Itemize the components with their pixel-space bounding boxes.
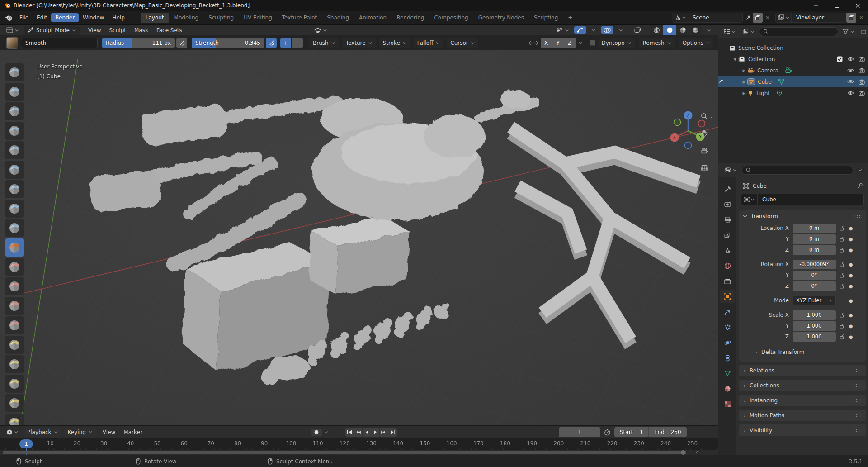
overlays-dropdown[interactable] xyxy=(616,28,625,33)
panel-visibility[interactable]: ›Visibility xyxy=(739,424,866,436)
brush-clay-strips[interactable] xyxy=(5,122,24,140)
workspace-tab-shading[interactable]: Shading xyxy=(322,13,354,23)
frame-tick-190[interactable]: 190 xyxy=(527,440,537,447)
panel-grip[interactable] xyxy=(854,214,862,218)
timeline-menu-view[interactable]: View xyxy=(99,428,119,437)
animate-dot[interactable]: ● xyxy=(848,324,854,329)
brush-blob[interactable] xyxy=(5,200,24,218)
shading-wireframe-button[interactable] xyxy=(650,25,663,35)
strength-slider[interactable]: Strength0.345 xyxy=(192,38,264,48)
outliner-editor-selector[interactable] xyxy=(721,28,738,35)
object-visibility-popover[interactable] xyxy=(553,26,571,34)
maximize-button[interactable] xyxy=(826,0,847,11)
end-frame-field[interactable]: End250 xyxy=(649,427,687,437)
properties-search-input[interactable] xyxy=(742,166,853,175)
frame-tick-220[interactable]: 220 xyxy=(607,440,618,447)
lock-open-icon[interactable] xyxy=(836,283,848,289)
viewport-3d[interactable]: User Perspective (1) Cube Z X Y ‹ xyxy=(0,50,718,425)
animate-dot[interactable]: ● xyxy=(848,334,854,339)
grid-view-icon[interactable] xyxy=(699,162,710,173)
animate-dot[interactable]: ● xyxy=(848,273,854,278)
disclosure-triangle-icon[interactable]: ▶ xyxy=(741,91,747,95)
properties-tab-world[interactable] xyxy=(720,259,735,272)
outliner-display-mode[interactable] xyxy=(740,28,757,35)
new-scene-button[interactable] xyxy=(753,13,763,23)
brush-draw-sharp[interactable] xyxy=(5,83,24,101)
transform-value-dropdown[interactable]: XYZ Euler xyxy=(793,296,836,305)
zoom-icon[interactable] xyxy=(699,111,710,122)
workspace-tab-layout[interactable]: Layout xyxy=(141,13,169,23)
lock-open-icon[interactable] xyxy=(836,247,848,253)
symmetry-y-toggle[interactable]: Y xyxy=(552,38,564,48)
outliner-row-cube[interactable]: ▶Cube xyxy=(718,76,868,87)
dyntopo-popover[interactable]: Dyntopo xyxy=(598,38,635,48)
frame-tick-20[interactable]: 20 xyxy=(74,440,80,447)
frame-tick-80[interactable]: 80 xyxy=(234,440,241,447)
properties-tab-render[interactable] xyxy=(720,197,735,211)
properties-tab-collection[interactable] xyxy=(720,274,735,288)
options-popover[interactable]: Options xyxy=(679,38,713,48)
gizmo-z-neg[interactable] xyxy=(685,142,692,149)
gizmo-dropdown[interactable] xyxy=(589,28,598,33)
workspace-tab-texture-paint[interactable]: Texture Paint xyxy=(277,13,322,23)
delta-transform-panel[interactable]: ›Delta Transform xyxy=(751,346,861,358)
radius-pressure-toggle[interactable] xyxy=(176,38,187,48)
properties-tab-particles[interactable] xyxy=(720,320,735,334)
remesh-popover[interactable]: Remesh xyxy=(639,38,675,48)
viewlayer-selector[interactable]: ViewLayer xyxy=(775,13,846,23)
panel-relations[interactable]: ›Relations xyxy=(739,365,866,376)
disclosure-triangle-icon[interactable]: ▶ xyxy=(741,80,747,84)
start-frame-field[interactable]: Start1 xyxy=(614,427,648,437)
cursor-popover[interactable]: Cursor xyxy=(447,38,478,48)
brush-inflate[interactable] xyxy=(5,180,24,198)
timeline-scroll-arrow[interactable]: ‹ xyxy=(696,449,698,455)
workspace-tab-modeling[interactable]: Modeling xyxy=(169,13,204,23)
jump-to-end-button[interactable] xyxy=(388,428,397,437)
object-data-dropdown[interactable] xyxy=(741,194,758,205)
direction-add-button[interactable]: + xyxy=(280,38,291,48)
frame-tick-30[interactable]: 30 xyxy=(100,440,107,447)
frame-tick-200[interactable]: 200 xyxy=(553,440,564,447)
viewport-menu-sculpt[interactable]: Sculpt xyxy=(105,26,130,35)
camera-toggle-icon[interactable] xyxy=(859,57,865,62)
texture-popover[interactable]: Texture xyxy=(342,38,376,48)
disclosure-triangle-icon[interactable]: ▼ xyxy=(732,57,738,62)
strength-pressure-toggle[interactable] xyxy=(266,38,277,48)
prev-keyframe-button[interactable] xyxy=(354,428,363,437)
panel-grip[interactable] xyxy=(853,369,861,372)
brush-snake-hook[interactable] xyxy=(5,375,24,393)
eye-toggle-icon[interactable] xyxy=(847,57,854,62)
outliner-row-camera[interactable]: ▶Camera xyxy=(718,65,868,76)
transform-value-field[interactable]: 0 m xyxy=(793,224,836,233)
outliner-item-label[interactable]: Light xyxy=(756,90,770,96)
falloff-popover[interactable]: Falloff xyxy=(414,38,443,48)
properties-tab-scene[interactable] xyxy=(720,243,735,257)
camera-toggle-icon[interactable] xyxy=(859,91,865,96)
current-frame-badge[interactable]: 1 xyxy=(19,439,33,448)
menu-window[interactable]: Window xyxy=(79,13,108,22)
properties-tab-modifiers[interactable] xyxy=(720,305,735,319)
show-overlays-toggle[interactable] xyxy=(601,26,613,34)
outliner-item-label[interactable]: Collection xyxy=(748,56,775,62)
dyntopo-checkbox[interactable] xyxy=(590,40,595,46)
frame-tick-120[interactable]: 120 xyxy=(340,440,350,447)
menu-edit[interactable]: Edit xyxy=(33,13,51,22)
lock-open-icon[interactable] xyxy=(836,272,848,278)
timeline-scrollbar[interactable] xyxy=(3,451,686,454)
viewport-menu-view[interactable]: View xyxy=(84,26,105,35)
workspace-tab-rendering[interactable]: Rendering xyxy=(392,13,429,23)
symmetry-z-toggle[interactable]: Z xyxy=(564,38,576,48)
play-button[interactable] xyxy=(371,428,380,437)
brush-clay-thumb[interactable] xyxy=(5,141,24,159)
new-collection-button[interactable] xyxy=(859,28,866,35)
brush-thumbnail[interactable] xyxy=(6,37,18,49)
frame-tick-110[interactable]: 110 xyxy=(313,440,323,447)
frame-tick-130[interactable]: 130 xyxy=(366,440,377,447)
transform-panel-header[interactable]: Transform xyxy=(739,210,866,222)
properties-tab-constraints[interactable] xyxy=(720,351,735,365)
transform-value-field[interactable]: -0.000009° xyxy=(793,260,836,269)
brush-popover[interactable]: Brush xyxy=(309,38,339,48)
animate-dot[interactable]: ● xyxy=(848,313,854,318)
remove-viewlayer-button[interactable]: ✕ xyxy=(856,13,866,23)
frame-tick-160[interactable]: 160 xyxy=(447,440,457,447)
